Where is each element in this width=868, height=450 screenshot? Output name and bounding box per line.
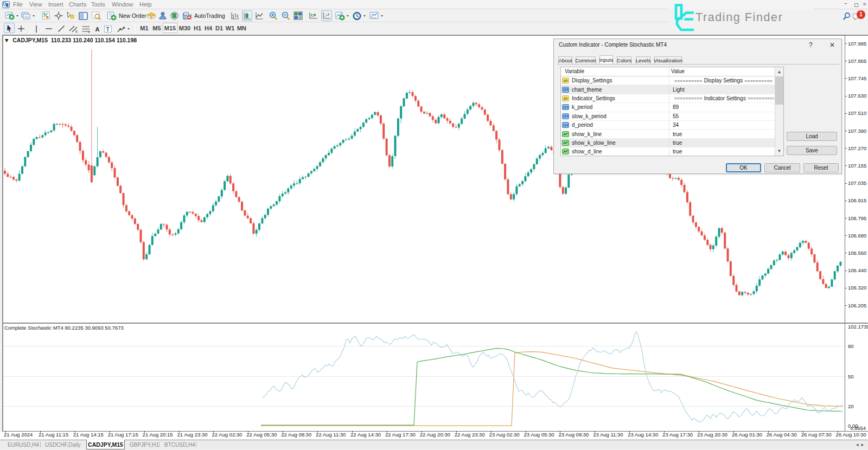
svg-text:A: A [95,26,100,33]
svg-text:T: T [106,26,110,32]
svg-text:F: F [88,30,91,33]
svg-text:E: E [75,30,78,33]
